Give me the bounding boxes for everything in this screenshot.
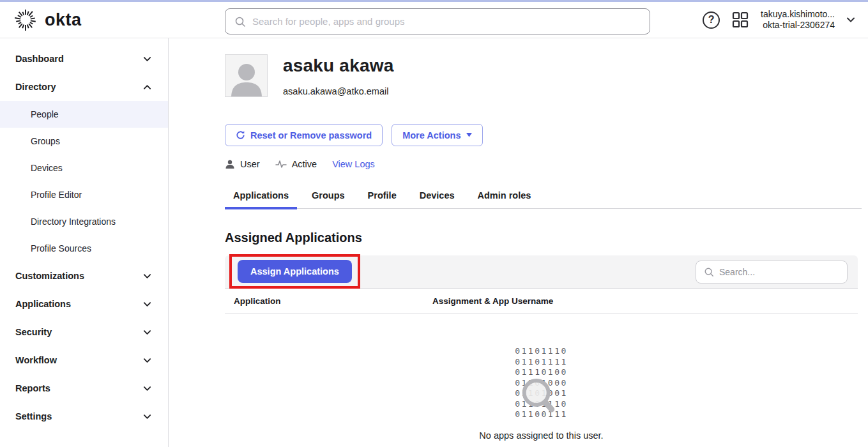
chevron-down-icon	[143, 55, 151, 63]
sidebar-item-settings[interactable]: Settings	[0, 402, 168, 430]
activity-pulse-icon	[275, 160, 287, 169]
search-icon	[234, 16, 246, 27]
sidebar-item-profile-editor[interactable]: Profile Editor	[0, 181, 168, 208]
account-org: okta-trial-2306274	[761, 20, 835, 31]
applications-search-input[interactable]	[719, 267, 839, 277]
chevron-down-icon	[143, 413, 151, 421]
sidebar-item-people[interactable]: People	[0, 101, 168, 128]
chevron-down-icon	[143, 328, 151, 337]
applications-search[interactable]	[696, 261, 848, 284]
sidebar-item-profile-sources[interactable]: Profile Sources	[0, 235, 168, 262]
reset-icon	[236, 130, 245, 140]
binary-art: 01101110 01101111 01110100 01101000 0110…	[515, 346, 568, 420]
more-actions-button[interactable]: More Actions	[392, 124, 482, 146]
applications-toolbar: Assign Applications	[225, 255, 858, 288]
help-icon[interactable]: ?	[703, 11, 720, 29]
sidebar-item-dashboard[interactable]: Dashboard	[0, 45, 168, 73]
global-header: okta ? takuya.kishimoto... okta-trial-23…	[0, 2, 868, 38]
chevron-down-icon	[143, 384, 151, 393]
chevron-down-icon	[143, 356, 151, 365]
global-search-input[interactable]	[252, 16, 641, 27]
account-menu[interactable]: takuya.kishimoto... okta-trial-2306274	[761, 9, 835, 31]
caret-down-icon	[466, 133, 472, 137]
tab-devices[interactable]: Devices	[411, 190, 463, 208]
page-title-user-name: asaku akawa	[283, 56, 393, 76]
global-search[interactable]	[225, 8, 650, 34]
view-logs-link[interactable]: View Logs	[332, 159, 375, 169]
empty-state: 01101110 01101111 01110100 01101000 0110…	[225, 346, 858, 441]
user-email: asaku.akawa@atko.email	[283, 86, 393, 96]
sidebar-item-groups[interactable]: Groups	[0, 128, 168, 155]
sidebar-item-devices[interactable]: Devices	[0, 155, 168, 181]
sidebar-item-directory[interactable]: Directory	[0, 73, 168, 101]
column-header-application: Application	[225, 296, 432, 306]
chevron-down-icon	[143, 272, 151, 280]
okta-logo-icon	[14, 8, 37, 31]
empty-state-message: No apps assigned to this user.	[225, 430, 858, 441]
avatar	[225, 54, 268, 97]
sidebar-item-reports[interactable]: Reports	[0, 374, 168, 402]
sidebar-nav: Dashboard Directory People Groups Device…	[0, 38, 169, 447]
okta-logo[interactable]: okta	[14, 8, 225, 31]
account-username: takuya.kishimoto...	[761, 9, 835, 20]
chevron-up-icon	[143, 83, 151, 91]
tab-admin-roles[interactable]: Admin roles	[469, 190, 540, 208]
magnifier-empty-icon	[518, 376, 560, 421]
apps-grid-icon[interactable]	[731, 11, 749, 29]
sidebar-item-applications[interactable]: Applications	[0, 290, 168, 318]
search-icon	[704, 267, 714, 277]
okta-wordmark: okta	[45, 10, 82, 30]
sidebar-item-customizations[interactable]: Customizations	[0, 262, 168, 290]
sidebar-item-directory-integrations[interactable]: Directory Integrations	[0, 208, 168, 235]
section-title: Assigned Applications	[225, 231, 858, 245]
annotation-red-box: Assign Applications	[229, 254, 360, 289]
tab-groups[interactable]: Groups	[303, 190, 353, 208]
main-content: asaku akawa asaku.akawa@atko.email Reset…	[169, 38, 868, 447]
person-silhouette-icon	[229, 58, 264, 96]
chevron-down-icon	[143, 300, 151, 308]
sidebar-item-workflow[interactable]: Workflow	[0, 346, 168, 374]
assign-applications-button[interactable]: Assign Applications	[238, 260, 352, 283]
user-type: User	[225, 159, 260, 169]
column-header-assignment: Assignment & App Username	[432, 296, 553, 306]
sidebar-item-security[interactable]: Security	[0, 318, 168, 346]
applications-table-header: Application Assignment & App Username	[225, 288, 858, 314]
reset-or-remove-password-button[interactable]: Reset or Remove password	[225, 124, 383, 146]
tab-profile[interactable]: Profile	[360, 190, 405, 208]
user-tabs: Applications Groups Profile Devices Admi…	[225, 190, 862, 209]
account-chevron-down-icon[interactable]	[846, 15, 855, 24]
user-icon	[225, 159, 235, 169]
tab-applications[interactable]: Applications	[225, 190, 297, 208]
user-status: Active	[275, 159, 317, 169]
